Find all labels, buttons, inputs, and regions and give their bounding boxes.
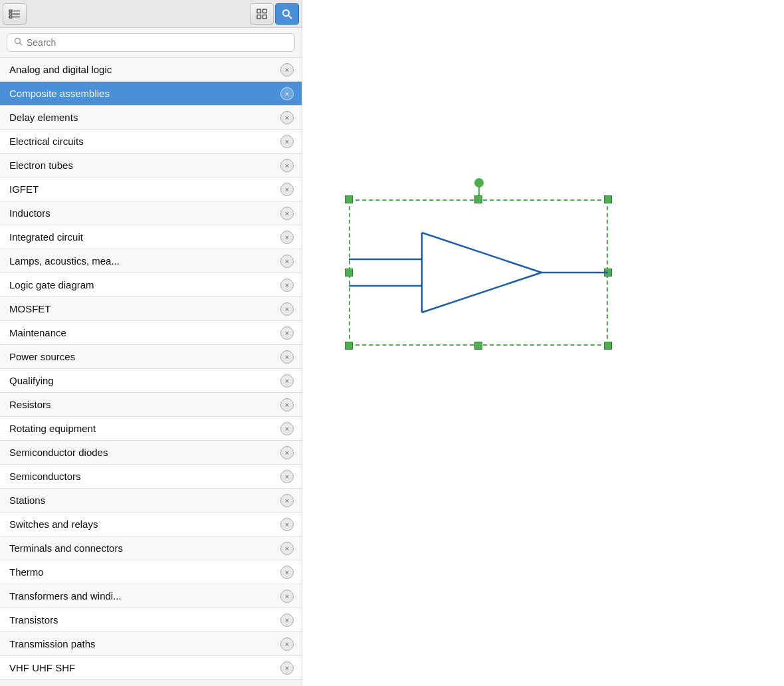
- svg-rect-0: [9, 10, 12, 12]
- category-item[interactable]: IGFET×: [0, 177, 302, 201]
- category-close-button[interactable]: ×: [280, 542, 294, 555]
- category-item[interactable]: Lamps, acoustics, mea...×: [0, 249, 302, 273]
- category-close-button[interactable]: ×: [280, 446, 294, 459]
- category-close-button[interactable]: ×: [280, 326, 294, 340]
- category-item[interactable]: Terminals and connectors×: [0, 536, 302, 560]
- category-item[interactable]: Thermo×: [0, 560, 302, 584]
- svg-rect-9: [263, 15, 267, 19]
- category-label: Logic gate diagram: [9, 279, 94, 290]
- category-label: Composite assemblies: [9, 88, 110, 99]
- list-view-button[interactable]: [3, 3, 27, 25]
- category-label: Qualifying: [9, 375, 54, 386]
- category-label: Semiconductors: [9, 471, 81, 482]
- category-close-button[interactable]: ×: [280, 207, 294, 220]
- category-label: Lamps, acoustics, mea...: [9, 255, 120, 267]
- category-label: Transistors: [9, 614, 58, 626]
- category-item[interactable]: Logic gate diagram×: [0, 273, 302, 297]
- category-item[interactable]: Delay elements×: [0, 106, 302, 130]
- category-item[interactable]: Inductors×: [0, 201, 302, 225]
- svg-point-10: [283, 10, 289, 16]
- category-label: Analog and digital logic: [9, 64, 112, 75]
- category-item[interactable]: Switches and relays×: [0, 513, 302, 536]
- category-item[interactable]: Transformers and windi...×: [0, 584, 302, 608]
- category-close-button[interactable]: ×: [280, 494, 294, 507]
- category-item[interactable]: MOSFET×: [0, 297, 302, 321]
- search-wrapper: [7, 33, 295, 52]
- category-item[interactable]: Qualifying×: [0, 369, 302, 393]
- svg-rect-8: [257, 15, 261, 19]
- category-item[interactable]: Resistors×: [0, 393, 302, 417]
- category-close-button[interactable]: ×: [280, 63, 294, 76]
- category-close-button[interactable]: ×: [280, 302, 294, 316]
- sidebar: Analog and digital logic×Composite assem…: [0, 0, 302, 686]
- category-label: Electrical circuits: [9, 136, 84, 147]
- category-close-button[interactable]: ×: [280, 279, 294, 292]
- category-label: Power sources: [9, 351, 75, 362]
- category-item[interactable]: Integrated circuit×: [0, 225, 302, 249]
- category-label: MOSFET: [9, 303, 51, 314]
- category-label: Maintenance: [9, 327, 66, 338]
- amplifier-diagram: [349, 199, 608, 346]
- search-icon: [14, 37, 23, 48]
- category-close-button[interactable]: ×: [280, 350, 294, 364]
- category-item[interactable]: VHF UHF SHF×: [0, 656, 302, 680]
- category-item[interactable]: Stations×: [0, 489, 302, 513]
- category-close-button[interactable]: ×: [280, 159, 294, 172]
- svg-rect-4: [9, 16, 12, 18]
- category-close-button[interactable]: ×: [280, 231, 294, 244]
- rotation-handle[interactable]: [474, 178, 484, 187]
- category-label: IGFET: [9, 183, 39, 195]
- category-close-button[interactable]: ×: [280, 255, 294, 268]
- category-close-button[interactable]: ×: [280, 614, 294, 627]
- grid-view-button[interactable]: [250, 3, 274, 25]
- toolbar: [0, 0, 302, 28]
- svg-line-11: [288, 15, 292, 19]
- category-label: Rotating equipment: [9, 423, 96, 434]
- category-close-button[interactable]: ×: [280, 470, 294, 483]
- category-item[interactable]: Electron tubes×: [0, 154, 302, 177]
- category-close-button[interactable]: ×: [280, 590, 294, 603]
- category-close-button[interactable]: ×: [280, 566, 294, 579]
- category-label: Transmission paths: [9, 638, 96, 649]
- category-item[interactable]: Semiconductors×: [0, 465, 302, 489]
- category-close-button[interactable]: ×: [280, 518, 294, 531]
- category-label: Semiconductor diodes: [9, 447, 108, 458]
- category-item[interactable]: Semiconductor diodes×: [0, 441, 302, 465]
- category-label: Electron tubes: [9, 160, 73, 171]
- category-item[interactable]: Transistors×: [0, 608, 302, 632]
- category-close-button[interactable]: ×: [280, 135, 294, 148]
- category-item[interactable]: Transmission paths×: [0, 632, 302, 656]
- category-close-button[interactable]: ×: [280, 422, 294, 435]
- category-close-button[interactable]: ×: [280, 111, 294, 124]
- search-input[interactable]: [27, 37, 288, 48]
- category-close-button[interactable]: ×: [280, 374, 294, 388]
- category-close-button[interactable]: ×: [280, 637, 294, 651]
- category-close-button[interactable]: ×: [280, 661, 294, 675]
- svg-rect-2: [9, 13, 12, 15]
- category-list: Analog and digital logic×Composite assem…: [0, 58, 302, 686]
- svg-line-13: [20, 43, 23, 46]
- category-label: Thermo: [9, 566, 44, 578]
- svg-rect-6: [257, 9, 261, 13]
- canvas-area: [302, 0, 784, 686]
- svg-point-12: [15, 39, 21, 44]
- category-label: Inductors: [9, 207, 50, 219]
- category-item[interactable]: Electrical circuits×: [0, 130, 302, 154]
- category-close-button[interactable]: ×: [280, 183, 294, 196]
- category-close-button[interactable]: ×: [280, 87, 294, 100]
- category-item[interactable]: Power sources×: [0, 345, 302, 369]
- category-item[interactable]: Analog and digital logic×: [0, 58, 302, 82]
- diagram-container: [336, 186, 628, 372]
- svg-rect-7: [263, 9, 267, 13]
- category-item[interactable]: Rotating equipment×: [0, 417, 302, 441]
- category-label: Switches and relays: [9, 518, 98, 530]
- category-label: Stations: [9, 495, 45, 506]
- category-item[interactable]: Composite assemblies×: [0, 82, 302, 106]
- category-label: VHF UHF SHF: [9, 662, 75, 673]
- search-container: [0, 28, 302, 58]
- category-close-button[interactable]: ×: [280, 398, 294, 411]
- category-item[interactable]: Maintenance×: [0, 321, 302, 345]
- category-label: Delay elements: [9, 112, 78, 123]
- search-toggle-button[interactable]: [275, 3, 299, 25]
- category-label: Transformers and windi...: [9, 590, 122, 602]
